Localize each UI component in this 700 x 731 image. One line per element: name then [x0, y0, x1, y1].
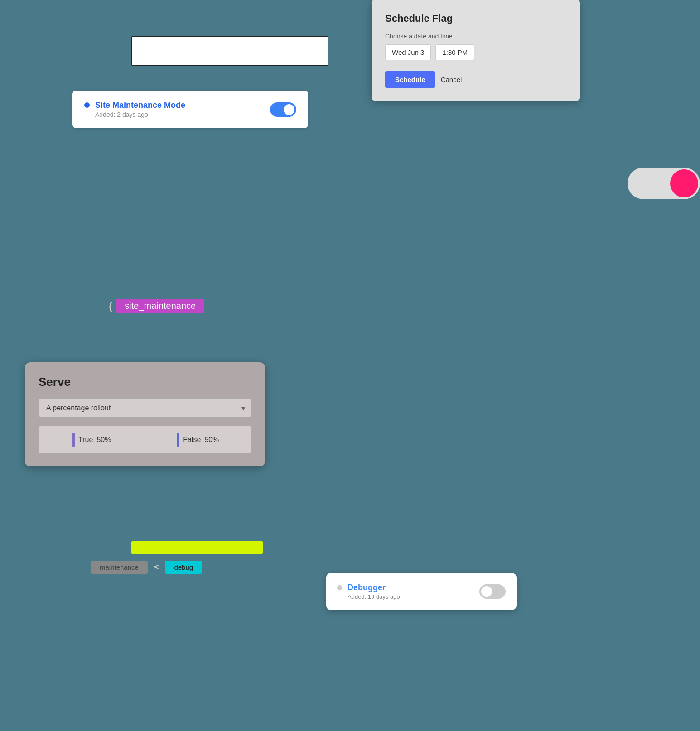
- schedule-button[interactable]: Schedule: [385, 71, 435, 88]
- debugger-toggle[interactable]: [479, 584, 506, 599]
- debugger-added: Added: 19 days ago: [348, 593, 400, 600]
- lt-symbol: <: [154, 563, 159, 572]
- modal-subtitle: Choose a date and time: [385, 33, 566, 40]
- serve-select-wrapper[interactable]: A percentage rollout: [39, 398, 251, 418]
- schedule-actions: Schedule Cancel: [385, 71, 566, 88]
- debugger-status-dot: [337, 585, 342, 590]
- flag-card-text: Site Maintenance Mode Added: 2 days ago: [95, 101, 185, 118]
- flag-name: Site Maintenance Mode: [95, 101, 185, 110]
- json-highlight: site_maintenance: [116, 299, 204, 313]
- schedule-flag-modal: Schedule Flag Choose a date and time Wed…: [372, 0, 580, 101]
- rollout-true-label: True: [78, 436, 93, 444]
- modal-title: Schedule Flag: [385, 13, 566, 24]
- debugger-text: Debugger Added: 19 days ago: [348, 583, 400, 600]
- rollout-true-pct: 50%: [97, 436, 111, 444]
- code-tag-grey: maintenance: [91, 561, 148, 574]
- feature-flag-toggle[interactable]: [270, 102, 296, 117]
- rollout-row: True 50% False 50%: [39, 426, 251, 454]
- yellow-highlight-bar: [131, 541, 263, 554]
- code-tag-cyan: debug: [165, 561, 202, 574]
- json-code-area: { site_maintenance: [109, 299, 204, 313]
- rollout-true-bar: [72, 433, 75, 447]
- rollout-true-cell: True 50%: [39, 426, 145, 453]
- json-brace: {: [109, 300, 112, 312]
- time-input[interactable]: 1:30 PM: [435, 44, 474, 60]
- serve-title: Serve: [39, 375, 251, 389]
- large-toggle-knob: [670, 169, 698, 197]
- text-input-box[interactable]: [131, 36, 328, 66]
- rollout-false-cell: False 50%: [145, 426, 251, 453]
- debugger-name: Debugger: [348, 583, 400, 592]
- flag-card-left: Site Maintenance Mode Added: 2 days ago: [84, 101, 185, 118]
- schedule-date-row: Wed Jun 3 1:30 PM: [385, 44, 566, 60]
- debugger-card: Debugger Added: 19 days ago: [326, 573, 517, 610]
- rollout-false-label: False: [183, 436, 201, 444]
- code-compare-row: maintenance < debug: [91, 561, 202, 574]
- rollout-false-bar: [177, 433, 179, 447]
- date-input[interactable]: Wed Jun 3: [385, 44, 431, 60]
- cancel-button[interactable]: Cancel: [441, 76, 462, 83]
- flag-added: Added: 2 days ago: [95, 111, 185, 118]
- flag-status-dot: [84, 102, 90, 108]
- rollout-false-pct: 50%: [204, 436, 219, 444]
- serve-card: Serve A percentage rollout True 50% Fals…: [25, 362, 265, 466]
- serve-select[interactable]: A percentage rollout: [39, 398, 251, 418]
- debugger-left: Debugger Added: 19 days ago: [337, 583, 400, 600]
- large-toggle[interactable]: [628, 168, 700, 199]
- feature-flag-card: Site Maintenance Mode Added: 2 days ago: [72, 91, 308, 128]
- large-toggle-container: [628, 168, 700, 199]
